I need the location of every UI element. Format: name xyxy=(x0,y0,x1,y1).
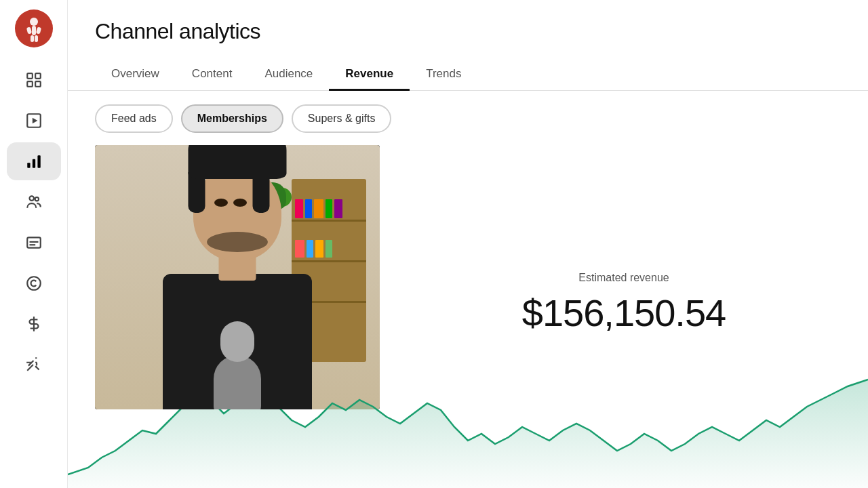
sidebar-item-copyright[interactable] xyxy=(7,264,61,302)
tab-revenue[interactable]: Revenue xyxy=(329,60,410,91)
avatar[interactable] xyxy=(15,9,53,47)
sidebar-nav xyxy=(0,61,67,384)
sidebar-item-monetization[interactable] xyxy=(7,305,61,343)
sidebar-item-analytics[interactable] xyxy=(7,142,61,180)
page-title: Channel analytics xyxy=(95,19,841,44)
sidebar-item-subtitles[interactable] xyxy=(7,224,61,262)
revenue-value: $156,150.54 xyxy=(522,291,726,335)
svg-rect-6 xyxy=(27,73,33,79)
svg-rect-8 xyxy=(27,81,33,87)
svg-point-16 xyxy=(35,197,38,201)
person xyxy=(142,145,332,409)
main-content: Channel analytics Overview Content Audie… xyxy=(68,0,868,488)
content-area: Feed ads Memberships Supers & gifts xyxy=(68,91,868,488)
sidebar-item-content[interactable] xyxy=(7,102,61,140)
svg-rect-9 xyxy=(35,81,41,87)
svg-point-0 xyxy=(30,18,38,26)
tab-trends[interactable]: Trends xyxy=(410,60,477,91)
tab-overview[interactable]: Overview xyxy=(95,60,176,91)
sub-tabs: Feed ads Memberships Supers & gifts xyxy=(68,91,868,133)
svg-rect-13 xyxy=(32,159,35,168)
tab-audience[interactable]: Audience xyxy=(248,60,329,91)
svg-rect-4 xyxy=(31,35,34,42)
subtab-memberships[interactable]: Memberships xyxy=(181,104,283,133)
main-tabs: Overview Content Audience Revenue Trends xyxy=(68,60,868,91)
svg-rect-1 xyxy=(32,26,36,35)
svg-rect-12 xyxy=(27,163,30,168)
tab-content[interactable]: Content xyxy=(176,60,249,91)
svg-marker-11 xyxy=(32,118,37,124)
estimated-revenue-label: Estimated revenue xyxy=(578,272,669,284)
subtab-supers-gifts[interactable]: Supers & gifts xyxy=(292,104,392,133)
sidebar-item-dashboard[interactable] xyxy=(7,61,61,99)
svg-point-15 xyxy=(29,196,34,201)
sidebar xyxy=(0,0,68,488)
svg-point-20 xyxy=(27,277,41,290)
sidebar-item-audience[interactable] xyxy=(7,183,61,221)
header: Channel analytics xyxy=(68,0,868,44)
svg-rect-5 xyxy=(35,35,38,42)
subtab-feed-ads[interactable]: Feed ads xyxy=(95,104,173,133)
svg-rect-14 xyxy=(37,155,40,167)
svg-rect-3 xyxy=(35,26,41,34)
svg-rect-2 xyxy=(26,26,31,34)
svg-rect-7 xyxy=(35,73,41,79)
sidebar-item-tools[interactable] xyxy=(7,346,61,384)
